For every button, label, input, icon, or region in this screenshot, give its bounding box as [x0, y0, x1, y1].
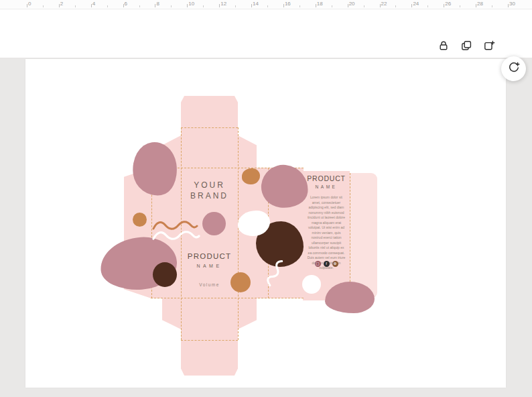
back-body-text[interactable]: Lorem ipsum dolor sit amet, consectetuer… — [306, 195, 346, 271]
ruler-tick — [235, 5, 236, 7]
ruler-tick — [427, 5, 428, 7]
decor-circle-brown[interactable] — [153, 262, 177, 287]
ruler-label: 6 — [125, 1, 127, 7]
dieline-dust-flap-bottom-right[interactable] — [238, 298, 257, 329]
decor-dot-mauve[interactable] — [202, 212, 226, 235]
ruler-label: 20 — [349, 1, 355, 7]
ruler-tick — [348, 4, 348, 7]
ruler-tick — [444, 4, 444, 7]
duplicate-page-button[interactable] — [458, 38, 474, 54]
ruler-tick — [91, 4, 92, 7]
dieline-back-flap[interactable] — [350, 173, 377, 298]
ruler-tick — [476, 4, 476, 7]
front-volume-label[interactable]: Volume — [181, 282, 238, 287]
ruler-tick — [43, 5, 44, 7]
instagram-icon: ▢ — [315, 261, 321, 267]
add-page-button[interactable] — [481, 38, 497, 54]
decor-blob-tan-top[interactable] — [242, 168, 260, 184]
fold-line — [181, 127, 238, 128]
ruler-tick — [395, 5, 396, 7]
back-product-title[interactable]: PRODUCT — [303, 174, 350, 182]
ruler-label: 18 — [317, 1, 323, 7]
ruler-label: 12 — [220, 1, 226, 7]
ruler-tick — [123, 4, 124, 7]
fold-line — [238, 127, 239, 340]
front-product-title[interactable]: PRODUCT — [181, 252, 238, 260]
ruler-label: 24 — [413, 1, 419, 7]
assistant-icon — [507, 61, 521, 76]
brand-text[interactable]: YOUR BRAND — [181, 180, 238, 201]
back-product-name[interactable]: NAME — [303, 184, 350, 189]
ruler-tick — [187, 4, 188, 7]
dieline-bottom-panel[interactable] — [181, 298, 238, 340]
ruler-tick — [107, 5, 108, 7]
ruler-tick — [492, 5, 492, 7]
dieline-top-panel[interactable] — [181, 127, 238, 168]
ruler-tick — [59, 4, 60, 7]
ruler-label: 8 — [156, 1, 159, 7]
ruler-tick — [267, 5, 268, 7]
add-page-icon — [483, 40, 495, 54]
ruler: 024681012141618202224262830 — [0, 0, 532, 9]
fold-line — [350, 173, 350, 298]
ruler-tick — [364, 5, 364, 7]
ruler-tick — [219, 4, 220, 7]
ruler-tick — [300, 5, 300, 7]
ruler-tick — [411, 4, 412, 7]
page-toolbar — [436, 38, 497, 54]
brand-line-1: YOUR — [181, 180, 238, 190]
decor-blob-mauve-bottom-right[interactable] — [325, 282, 375, 313]
editor-header: 024681012141618202224262830 — [0, 0, 532, 58]
fold-line — [151, 298, 304, 298]
lock-icon — [438, 40, 450, 54]
ruler-label: 4 — [92, 1, 95, 7]
ruler-tick — [508, 4, 509, 7]
ruler-label: 22 — [381, 1, 387, 7]
ruler-tick — [203, 5, 204, 7]
ruler-tick — [139, 5, 140, 7]
ruler-tick — [155, 4, 155, 7]
decor-dot-white[interactable] — [302, 275, 321, 294]
lock-button[interactable] — [436, 38, 452, 54]
ruler-label: 14 — [253, 1, 259, 7]
dieline-top-flap[interactable] — [181, 96, 238, 127]
ruler-label: 0 — [28, 1, 31, 7]
fold-line — [181, 340, 238, 341]
workspace: YOUR BRAND PRODUCT NAME Volume PRODUCT N… — [0, 58, 532, 397]
dieline-dust-flap-bottom-left[interactable] — [162, 298, 181, 329]
facebook-icon: f — [324, 261, 330, 267]
decor-squiggle-white-left[interactable] — [151, 228, 201, 244]
ruler-tick — [380, 4, 381, 7]
ruler-tick — [332, 5, 332, 7]
ruler-tick — [27, 4, 27, 7]
ruler-label: 10 — [188, 1, 194, 7]
front-product-name[interactable]: NAME — [181, 264, 238, 268]
ruler-label: 30 — [509, 1, 515, 7]
ruler-tick — [171, 5, 172, 7]
assistant-button[interactable] — [501, 56, 526, 81]
design-editor: 024681012141618202224262830 — [0, 0, 532, 397]
ruler-tick — [283, 4, 284, 7]
ruler-tick — [316, 4, 316, 7]
dieline-bottom-flap[interactable] — [181, 340, 238, 376]
ruler-tick — [251, 4, 252, 7]
ruler-tick — [75, 5, 76, 7]
ruler-label: 16 — [285, 1, 291, 7]
ruler-tick — [460, 5, 460, 7]
design-canvas[interactable]: YOUR BRAND PRODUCT NAME Volume PRODUCT N… — [25, 59, 506, 388]
globe-icon: ⊕ — [332, 261, 338, 267]
ruler-label: 28 — [477, 1, 483, 7]
dieline-dust-flap-top-right[interactable] — [238, 135, 257, 168]
ruler-label: 26 — [445, 1, 451, 7]
brand-line-2: BRAND — [181, 190, 238, 201]
ruler-label: 2 — [60, 1, 63, 7]
decor-dot-tan-small[interactable] — [133, 213, 147, 227]
duplicate-icon — [460, 40, 472, 54]
social-icons-row[interactable]: ▢ f ⊕ — [303, 261, 350, 267]
